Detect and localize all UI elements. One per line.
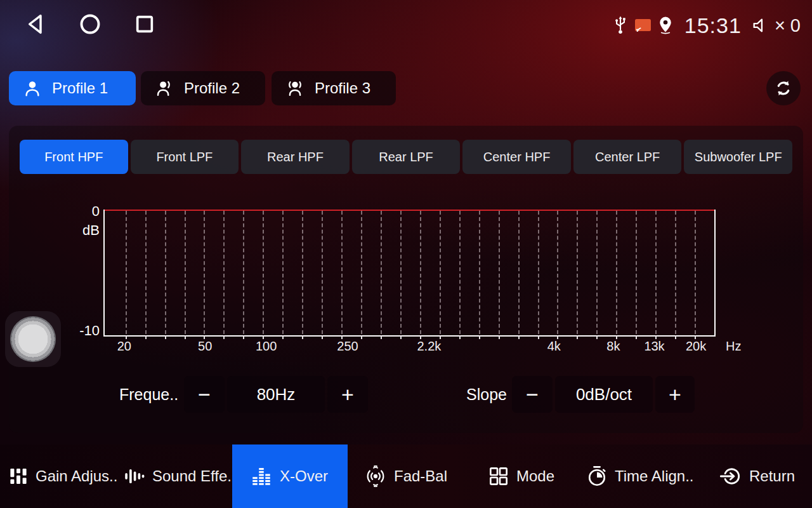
profile-3-label: Profile 3 bbox=[315, 79, 370, 97]
x-axis-tick-label: 50 bbox=[198, 339, 212, 354]
bottom-nav: Gain Adjus.. Sound Effe.. bbox=[0, 444, 812, 508]
y-axis-label-neg10: -10 bbox=[63, 323, 100, 339]
nav-label: X-Over bbox=[280, 467, 328, 485]
value-controls: Freque.. − 80Hz + Slope − 0dB/oct + bbox=[9, 376, 803, 413]
filter-tab-label: Subwoofer LPF bbox=[695, 150, 782, 164]
nav-label: Sound Effe.. bbox=[152, 467, 236, 485]
nav-label: Mode bbox=[516, 467, 554, 485]
sound-effects-icon bbox=[124, 467, 145, 486]
volume-muted-icon bbox=[751, 17, 769, 34]
status-bar: 15:31 × 0 bbox=[0, 0, 812, 51]
filter-tab-label: Front HPF bbox=[44, 150, 103, 164]
filter-tab[interactable]: Front HPF bbox=[20, 140, 128, 174]
profile-person-wave-icon bbox=[155, 79, 174, 98]
filter-tab[interactable]: Rear LPF bbox=[352, 140, 461, 174]
y-axis-label-0: 0 bbox=[69, 203, 100, 220]
nav-label: Fad-Bal bbox=[394, 467, 447, 485]
frequency-label: Freque.. bbox=[119, 376, 178, 413]
frequency-value: 80Hz bbox=[227, 376, 325, 413]
floating-knob-button[interactable] bbox=[5, 311, 61, 367]
nav-item-mode[interactable]: Mode bbox=[488, 444, 554, 508]
sync-icon bbox=[773, 78, 794, 98]
x-axis-unit-hz: Hz bbox=[726, 339, 741, 354]
x-axis-tick-label: 20 bbox=[117, 339, 131, 354]
nav-item-xover[interactable]: X-Over bbox=[232, 444, 348, 508]
nav-item-gain-adjust[interactable]: Gain Adjus.. bbox=[9, 444, 117, 508]
mode-grid-icon bbox=[488, 466, 509, 486]
profile-1-button[interactable]: Profile 1 bbox=[9, 71, 136, 105]
equalizer-icon bbox=[252, 467, 271, 486]
x-axis-tick-label: 250 bbox=[337, 339, 358, 354]
slope-label: Slope bbox=[466, 376, 507, 413]
slope-minus-button[interactable]: − bbox=[512, 376, 553, 413]
filter-tab-label: Center LPF bbox=[595, 150, 660, 164]
nav-label: Return bbox=[749, 467, 795, 485]
x-axis-tick-label: 13k bbox=[644, 339, 664, 354]
fader-balance-icon bbox=[365, 465, 386, 487]
profile-person-waves-icon bbox=[285, 79, 304, 98]
nav-item-return[interactable]: Return bbox=[720, 444, 795, 508]
frequency-minus-button[interactable]: − bbox=[184, 376, 225, 413]
stopwatch-icon bbox=[587, 465, 607, 487]
filter-tab-label: Front LPF bbox=[156, 150, 213, 164]
gain-adjust-icon bbox=[9, 467, 28, 486]
x-axis-labels: 20 50 100 250 2.2k 4k 8k 13k 20k bbox=[103, 339, 716, 356]
frequency-response-plot bbox=[103, 210, 716, 337]
filter-tab[interactable]: Center LPF bbox=[573, 140, 682, 174]
android-nav-buttons bbox=[24, 13, 156, 36]
filter-tab[interactable]: Center HPF bbox=[462, 140, 571, 174]
chart-gridlines bbox=[105, 210, 714, 335]
x-axis-tick-label: 8k bbox=[606, 339, 620, 354]
nav-label: Time Align.. bbox=[615, 467, 694, 485]
x-axis-tick-label: 2.2k bbox=[417, 339, 441, 354]
status-icons: 15:31 × 0 bbox=[612, 9, 801, 42]
x-axis-tick-label: 100 bbox=[256, 339, 277, 354]
knob-icon bbox=[10, 316, 56, 362]
slope-plus-button[interactable]: + bbox=[655, 376, 695, 413]
status-clock: 15:31 bbox=[684, 13, 742, 38]
y-axis-unit-db: dB bbox=[69, 222, 100, 239]
car-audio-xover-screen: 15:31 × 0 Profile 1 bbox=[0, 0, 812, 508]
nav-item-sound-effect[interactable]: Sound Effe.. bbox=[124, 444, 236, 508]
profile-3-button[interactable]: Profile 3 bbox=[272, 71, 396, 105]
slope-value: 0dB/oct bbox=[555, 376, 653, 413]
profile-1-label: Profile 1 bbox=[52, 79, 108, 97]
profile-2-label: Profile 2 bbox=[184, 79, 240, 97]
x-axis-tick-label: 4k bbox=[547, 339, 561, 354]
back-icon[interactable] bbox=[24, 13, 47, 36]
profile-person-icon bbox=[23, 79, 42, 98]
filter-tab[interactable]: Rear HPF bbox=[241, 140, 350, 174]
filter-tab-label: Rear HPF bbox=[267, 150, 324, 164]
recents-icon[interactable] bbox=[133, 13, 156, 36]
location-icon bbox=[657, 16, 674, 35]
nav-item-time-align[interactable]: Time Align.. bbox=[587, 444, 694, 508]
nav-label: Gain Adjus.. bbox=[36, 467, 117, 485]
cast-icon bbox=[634, 18, 652, 32]
filter-tabs: Front HPF Front LPF Rear HPF Rear LPF Ce… bbox=[20, 140, 792, 174]
return-arrow-icon bbox=[720, 466, 742, 486]
nav-item-fad-bal[interactable]: Fad-Bal bbox=[365, 444, 447, 508]
filter-tab[interactable]: Subwoofer LPF bbox=[684, 140, 792, 174]
sync-button[interactable] bbox=[766, 71, 801, 105]
usb-icon bbox=[612, 16, 629, 35]
profile-2-button[interactable]: Profile 2 bbox=[141, 71, 265, 105]
profile-row: Profile 1 Profile 2 Profile 3 bbox=[9, 71, 803, 105]
home-icon[interactable] bbox=[79, 13, 102, 36]
filter-tab[interactable]: Front LPF bbox=[131, 140, 239, 174]
frequency-plus-button[interactable]: + bbox=[327, 376, 368, 413]
xover-panel: Front HPF Front LPF Rear HPF Rear LPF Ce… bbox=[9, 126, 803, 433]
filter-tab-label: Rear LPF bbox=[379, 150, 433, 164]
x-axis-tick-label: 20k bbox=[686, 339, 706, 354]
response-curve-0db bbox=[105, 210, 714, 211]
volume-level-text: × 0 bbox=[775, 15, 801, 36]
filter-tab-label: Center HPF bbox=[483, 150, 551, 164]
